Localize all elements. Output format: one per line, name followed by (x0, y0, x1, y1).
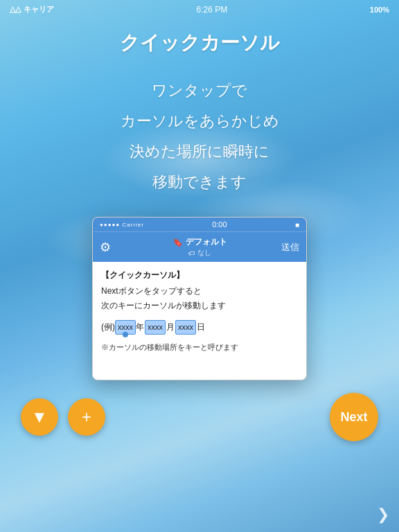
send-button[interactable]: 送信 (281, 241, 299, 254)
app-title: クイックカーソル (120, 30, 280, 56)
gear-icon[interactable]: ⚙ (100, 240, 111, 255)
bottom-left-buttons: ▼ + (21, 398, 105, 436)
description-line4: 移動できます (121, 167, 279, 197)
down-button[interactable]: ▼ (21, 398, 58, 436)
content-area: クイックカーソル ワンタップで カーソルをあらかじめ 決めた場所に瞬時に 移動で… (0, 17, 399, 380)
year-label: 年 (136, 321, 144, 334)
day-label: 日 (197, 321, 205, 334)
phone-status-bar: ●●●●● Carrier 0:00 ■ (93, 218, 306, 231)
description-line3: 決めた場所に瞬時に (121, 136, 279, 167)
highlight-2: xxxx (145, 320, 166, 335)
next-button[interactable]: Next (330, 393, 378, 441)
highlight-3: xxxx (175, 320, 196, 335)
phone-body: 【クイックカーソル】 Nextボタンをタップすると 次のキーにカーソルが移動しま… (93, 262, 306, 380)
phone-nav-subtitle: 🏷 なし (188, 248, 211, 258)
cursor-dot (123, 332, 128, 337)
phone-mockup: ●●●●● Carrier 0:00 ■ ⚙ 🔖 デフォルト 🏷 なし 送信 【… (92, 217, 307, 380)
phone-time: 0:00 (212, 220, 227, 229)
status-left: △△ キャリア (10, 4, 54, 15)
description-line2: カーソルをあらかじめ (121, 106, 279, 136)
phone-body-line2: 次のキーにカーソルが移動します (101, 299, 298, 312)
status-time: 6:26 PM (197, 5, 228, 15)
phone-body-title: 【クイックカーソル】 (101, 269, 298, 282)
chevron-down-icon: ❯ (377, 506, 389, 523)
description-text: ワンタップで カーソルをあらかじめ 決めた場所に瞬時に 移動できます (121, 76, 279, 197)
phone-body-line1: Nextボタンをタップすると (101, 285, 298, 298)
phone-battery: ■ (295, 221, 299, 229)
status-right: 100% (370, 6, 389, 14)
phone-nav-title: 🔖 デフォルト (172, 236, 227, 248)
bottom-chevron[interactable]: ❯ (377, 506, 389, 524)
carrier-label: キャリア (24, 4, 54, 15)
tag-icon: 🏷 (188, 249, 195, 257)
bookmark-icon: 🔖 (172, 238, 183, 247)
phone-note: ※カーソルの移動場所をキーと呼びます (101, 342, 298, 354)
bottom-area: ▼ + Next (0, 380, 399, 441)
battery-label: 100% (370, 6, 389, 14)
status-bar: △△ キャリア 6:26 PM 100% (0, 0, 399, 17)
wifi-icon: △△ (10, 5, 21, 14)
description-line1: ワンタップで (121, 76, 279, 106)
example-prefix: (例) (101, 321, 115, 334)
phone-carrier: ●●●●● Carrier (100, 222, 144, 228)
phone-nav-center: 🔖 デフォルト 🏷 なし (118, 236, 281, 258)
phone-nav-bar: ⚙ 🔖 デフォルト 🏷 なし 送信 (93, 231, 306, 262)
plus-button[interactable]: + (68, 398, 105, 436)
month-label: 月 (166, 321, 175, 334)
highlight-1: xxxx (115, 320, 136, 335)
phone-example: (例) xxxx 年 xxxx 月 xxxx 日 (101, 320, 298, 335)
